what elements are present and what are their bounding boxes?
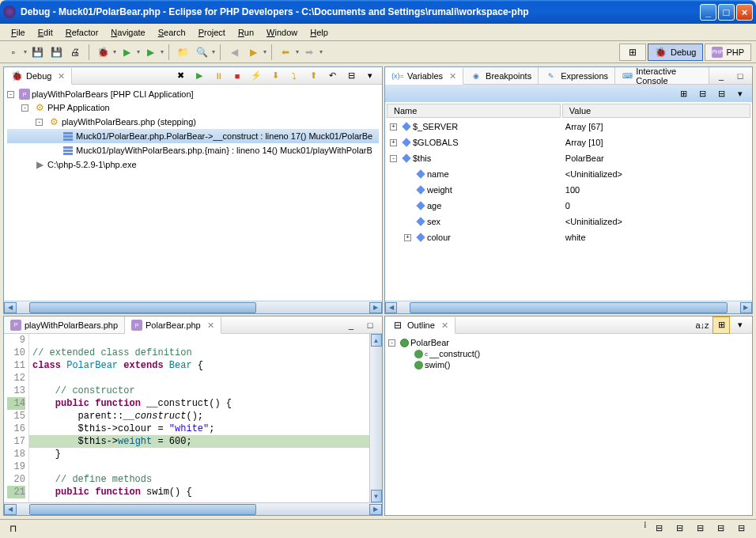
- tab-expressions[interactable]: ✎Expressions: [539, 67, 615, 84]
- back-button[interactable]: ⬅: [277, 44, 294, 61]
- minimize-view-button[interactable]: _: [713, 67, 730, 85]
- debug-perspective-button[interactable]: 🐞Debug: [648, 44, 703, 61]
- debug-button[interactable]: 🐞: [94, 44, 112, 61]
- step-filters-button[interactable]: ⊟: [342, 67, 360, 85]
- close-icon[interactable]: ✕: [207, 320, 214, 331]
- expander-icon[interactable]: +: [404, 234, 411, 241]
- editor-tab[interactable]: PplayWithPolarBears.php: [4, 316, 125, 333]
- sort-button[interactable]: a↓z: [694, 316, 711, 334]
- code-line[interactable]: [29, 460, 369, 473]
- menu-project[interactable]: Project: [192, 26, 232, 39]
- menu-help[interactable]: Help: [304, 26, 335, 39]
- variable-row[interactable]: + $GLOBALSArray [10]: [387, 135, 750, 150]
- step-into-button[interactable]: ⬇: [266, 67, 284, 85]
- tree-item[interactable]: Muck01/PolarBear.php.PolarBear->__constr…: [7, 129, 379, 143]
- tab-breakpoints[interactable]: ◉Breakpoints: [463, 67, 539, 84]
- status-btn-4[interactable]: ⊟: [712, 520, 729, 537]
- run-last-button[interactable]: ▶: [142, 44, 159, 61]
- tree-item[interactable]: -⚙ playWithPolarBears.php (stepping): [7, 115, 379, 129]
- view-menu-button[interactable]: ▾: [361, 67, 379, 85]
- close-icon[interactable]: ✕: [441, 320, 448, 331]
- menu-edit[interactable]: Edit: [32, 26, 59, 39]
- remove-terminated-button[interactable]: ✖: [172, 67, 189, 85]
- new-button[interactable]: ▫: [5, 44, 22, 61]
- resume-button[interactable]: ▶: [191, 67, 208, 85]
- expander-icon[interactable]: -: [21, 104, 28, 112]
- expander-icon[interactable]: +: [390, 139, 397, 146]
- outline-item[interactable]: - PolarBear: [388, 337, 749, 348]
- debug-hscroll[interactable]: ◀▶: [4, 301, 382, 313]
- step-over-button[interactable]: ⤵: [285, 67, 303, 85]
- code-line[interactable]: }: [29, 448, 369, 460]
- variable-row[interactable]: name<Uninitialized>: [387, 167, 750, 181]
- code-line[interactable]: public function swim() {: [29, 486, 369, 498]
- show-type-button[interactable]: ⊞: [675, 85, 692, 102]
- nav-prev-button[interactable]: ◀: [225, 44, 243, 61]
- maximize-view-button[interactable]: □: [731, 67, 749, 85]
- hide-fields-button[interactable]: ⊞: [713, 316, 730, 334]
- open-perspective-button[interactable]: ⊞: [619, 44, 646, 61]
- run-button[interactable]: ▶: [118, 44, 135, 61]
- close-icon[interactable]: ✕: [58, 71, 65, 81]
- code-line[interactable]: $this->weight = 600;: [29, 435, 369, 448]
- tab-debug[interactable]: 🐞 Debug ✕: [4, 68, 72, 85]
- search-button[interactable]: 🔍: [193, 44, 210, 61]
- code-line[interactable]: $this->colour = "white";: [29, 422, 369, 435]
- outline-tree[interactable]: - PolarBearc __construct() swim(): [385, 334, 752, 373]
- terminate-button[interactable]: ■: [229, 67, 246, 85]
- drop-frame-button[interactable]: ↶: [323, 67, 341, 85]
- expander-icon[interactable]: +: [390, 123, 397, 131]
- variable-row[interactable]: + $_SERVERArray [67]: [387, 119, 750, 134]
- outline-item[interactable]: swim(): [388, 359, 749, 370]
- code-line[interactable]: [29, 372, 369, 385]
- code-line[interactable]: class PolarBear extends Bear {: [29, 359, 369, 372]
- tree-item[interactable]: Muck01/playWithPolarBears.php.{main} : l…: [7, 143, 379, 157]
- close-icon[interactable]: ✕: [449, 71, 456, 81]
- tab-variables[interactable]: (x)=Variables✕: [385, 68, 463, 85]
- debug-tree[interactable]: -P playWithPolarBears [PHP CLI Applicati…: [4, 85, 382, 175]
- tree-item[interactable]: ▶ C:\php-5.2.9-1\php.exe: [7, 157, 379, 172]
- variable-row[interactable]: age0: [387, 199, 750, 213]
- menu-run[interactable]: Run: [232, 26, 260, 39]
- expander-icon[interactable]: -: [36, 119, 43, 126]
- tab-interactive-console[interactable]: ⌨Interactive Console: [615, 67, 709, 84]
- code-line[interactable]: [29, 334, 369, 347]
- editor-hscroll[interactable]: ◀▶: [4, 502, 382, 515]
- nav-next-button[interactable]: ▶: [244, 44, 262, 61]
- php-perspective-button[interactable]: PHPPHP: [705, 44, 751, 61]
- menu-refactor[interactable]: Refactor: [59, 26, 105, 39]
- editor-vscroll[interactable]: ▲▼: [369, 334, 382, 502]
- view-menu-button[interactable]: ▾: [731, 85, 749, 102]
- menu-window[interactable]: Window: [260, 26, 304, 39]
- code-line[interactable]: // extended class definition: [29, 347, 369, 359]
- expander-icon[interactable]: -: [7, 91, 14, 98]
- menu-navigate[interactable]: Navigate: [104, 26, 151, 39]
- status-btn-1[interactable]: ⊟: [650, 520, 667, 537]
- code-editor[interactable]: 9101112131415161718192021 // extended cl…: [4, 334, 369, 502]
- column-name[interactable]: Name: [387, 104, 561, 118]
- code-line[interactable]: parent::__construct();: [29, 410, 369, 422]
- minimize-view-button[interactable]: _: [342, 316, 360, 334]
- status-btn-3[interactable]: ⊟: [691, 520, 709, 537]
- outline-item[interactable]: c __construct(): [388, 348, 749, 359]
- open-type-button[interactable]: 📁: [174, 44, 191, 61]
- vars-hscroll[interactable]: ◀▶: [385, 301, 752, 313]
- menu-search[interactable]: Search: [152, 26, 192, 39]
- code-line[interactable]: // constructor: [29, 385, 369, 397]
- disconnect-button[interactable]: ⚡: [248, 67, 265, 85]
- view-menu-button[interactable]: ▾: [731, 316, 749, 334]
- expander-icon[interactable]: -: [388, 339, 395, 347]
- maximize-view-button[interactable]: □: [361, 316, 379, 334]
- maximize-button[interactable]: □: [718, 4, 735, 21]
- variable-row[interactable]: weight100: [387, 183, 750, 197]
- show-logical-button[interactable]: ⊟: [694, 85, 711, 102]
- forward-button[interactable]: ➡: [301, 44, 318, 61]
- minimize-button[interactable]: _: [700, 4, 716, 21]
- code-line[interactable]: // define methods: [29, 473, 369, 486]
- tree-item[interactable]: -⚙ PHP Application: [7, 100, 379, 115]
- save-button[interactable]: 💾: [28, 44, 46, 61]
- save-all-button[interactable]: 💾: [47, 44, 65, 61]
- column-value[interactable]: Value: [562, 104, 750, 118]
- close-button[interactable]: ×: [736, 4, 753, 21]
- variable-row[interactable]: sex<Uninitialized>: [387, 214, 750, 229]
